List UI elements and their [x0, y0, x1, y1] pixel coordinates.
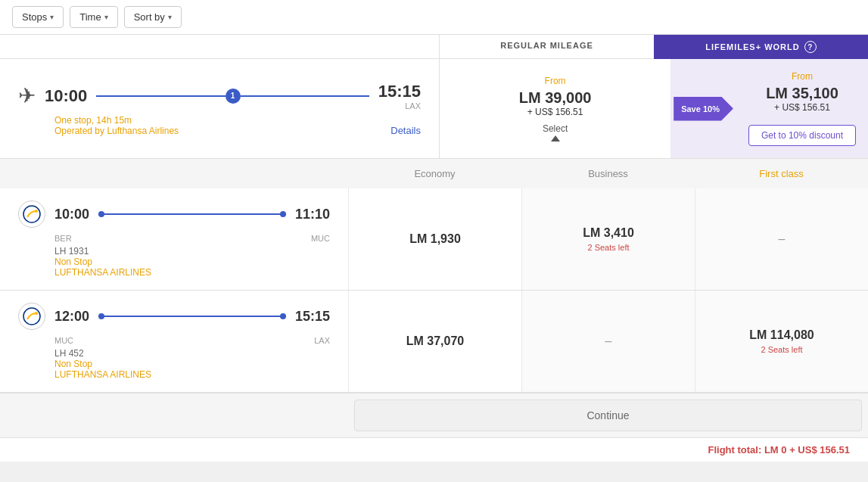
lm-from-label: From	[792, 71, 813, 82]
segment-2-times: 12:00 15:15	[18, 303, 330, 330]
first-class-col-header: First class	[695, 159, 868, 188]
top-flight-result: ✈ 10:00 1 15:15 LAX One stop, 14h 15m Op…	[0, 59, 868, 159]
lifemiles-label: lifemiles+ world	[705, 42, 799, 51]
seg1-arrive-time: 11:10	[295, 207, 330, 222]
seg2-arrive-airport: LAX	[314, 336, 330, 345]
seg1-business-seats: 2 Seats left	[587, 243, 629, 252]
seg2-flight-num: LH 452	[54, 348, 330, 359]
rm-usd: + US$ 156.51	[527, 107, 583, 117]
header-tabs-row: REGULAR MILEAGE lifemiles+ world ?	[0, 35, 868, 59]
details-link[interactable]: Details	[390, 125, 421, 136]
business-col-header: Business	[521, 159, 695, 188]
col-spacer	[0, 159, 348, 188]
seg1-economy-cell[interactable]: LM 1,930	[348, 188, 521, 290]
sortby-chevron-icon: ▾	[168, 13, 172, 21]
seg1-economy-miles: LM 1,930	[409, 232, 461, 246]
seg1-first-dash: –	[779, 232, 786, 246]
sortby-label: Sort by	[134, 11, 165, 23]
flight-total-usd: + US$ 156.51	[789, 444, 850, 456]
seg1-details: LH 1931 Non Stop LUFTHANSA AIRLINES	[54, 246, 330, 278]
lifemiles-info-icon[interactable]: ?	[804, 41, 817, 53]
seg2-airports: MUC LAX	[54, 336, 330, 345]
svg-point-2	[23, 308, 40, 325]
seg2-first-miles: LM 114,080	[749, 328, 814, 342]
plane-icon: ✈	[18, 83, 36, 108]
continue-wrapper: Continue	[348, 400, 868, 431]
regular-mileage-section: From LM 39,000 + US$ 156.51 Select	[439, 59, 670, 158]
lifemiles-section: From LM 35,100 + US$ 156.51 Get to 10% d…	[736, 59, 868, 158]
lufthansa-logo-2	[18, 303, 45, 330]
seg1-business-miles: LM 3,410	[583, 226, 634, 240]
rm-select-arrow-icon	[551, 135, 560, 141]
stops-label: Stops	[22, 11, 47, 23]
sortby-button[interactable]: Sort by ▾	[124, 6, 182, 28]
seg2-first-cell[interactable]: LM 114,080 2 Seats left	[695, 291, 868, 392]
seg1-stop-type: Non Stop	[54, 257, 330, 267]
seg2-economy-cell[interactable]: LM 37,070	[348, 291, 521, 392]
seg2-business-cell[interactable]: –	[521, 291, 695, 392]
seg2-depart-time: 12:00	[54, 309, 89, 325]
svg-point-3	[35, 312, 38, 315]
seg1-airports: BER MUC	[54, 234, 330, 243]
svg-point-1	[35, 210, 38, 213]
seg2-business-dash: –	[605, 334, 612, 348]
seg2-arrive-time: 15:15	[295, 309, 330, 325]
lifemiles-tab[interactable]: lifemiles+ world ?	[654, 35, 868, 59]
svg-point-0	[23, 206, 40, 222]
seg2-line	[98, 316, 286, 317]
seg1-business-cell[interactable]: LM 3,410 2 Seats left	[521, 188, 695, 290]
seg1-first-cell[interactable]: –	[695, 188, 868, 290]
time-label: Time	[79, 11, 101, 23]
flight-total-lm: LM 0	[764, 444, 787, 456]
seg1-depart-airport: BER	[54, 234, 72, 243]
seg2-fare-cells: LM 37,070 – LM 114,080 2 Seats left	[348, 291, 868, 392]
seg2-depart-airport: MUC	[54, 336, 73, 345]
flight-duration: One stop, 14h 15m	[54, 115, 179, 126]
line-right	[241, 95, 369, 97]
flight-times-row: ✈ 10:00 1 15:15 LAX	[18, 82, 421, 110]
segments-container: Economy Business First class 10:00	[0, 159, 868, 393]
arrive-time: 15:15	[378, 82, 421, 101]
arrive-airport: LAX	[378, 101, 421, 110]
column-headers: Economy Business First class	[0, 159, 868, 188]
bottom-spacer	[0, 400, 348, 431]
seg2-economy-miles: LM 37,070	[406, 334, 464, 348]
flight-meta: One stop, 14h 15m Operated by Lufthansa …	[54, 115, 179, 136]
depart-time: 10:00	[45, 86, 87, 106]
continue-button[interactable]: Continue	[354, 400, 862, 431]
mileage-tabs: REGULAR MILEAGE lifemiles+ world ?	[439, 35, 868, 59]
segment-1-times: 10:00 11:10	[18, 201, 330, 228]
seg1-flight-num: LH 1931	[54, 246, 330, 257]
rm-select-btn[interactable]: Select	[543, 123, 568, 141]
time-chevron-icon: ▾	[104, 13, 108, 21]
time-button[interactable]: Time ▾	[70, 6, 117, 28]
seg2-first-seats: 2 Seats left	[761, 345, 802, 354]
flight-meta-row: One stop, 14h 15m Operated by Lufthansa …	[18, 115, 421, 136]
seg1-fare-cells: LM 1,930 LM 3,410 2 Seats left –	[348, 188, 868, 290]
stops-chevron-icon: ▾	[50, 13, 54, 21]
discount-button[interactable]: Get to 10% discount	[748, 125, 856, 146]
seg2-stop-type: Non Stop	[54, 359, 330, 369]
regular-mileage-tab[interactable]: REGULAR MILEAGE	[439, 35, 654, 59]
seg2-airline-name: LUFTHANSA AIRLINES	[54, 369, 330, 380]
seg1-depart-time: 10:00	[54, 207, 89, 222]
mileage-panels: From LM 39,000 + US$ 156.51 Select Save …	[439, 59, 868, 158]
top-bar: Stops ▾ Time ▾ Sort by ▾	[0, 0, 868, 35]
regular-mileage-label: REGULAR MILEAGE	[500, 41, 593, 50]
economy-col-header: Economy	[348, 159, 521, 188]
segment-2-row: 12:00 15:15 MUC LAX LH 452 Non Stop LUFT…	[0, 291, 868, 393]
bottom-bar: Continue Flight total: LM 0 + US$ 156.51	[0, 393, 868, 462]
rm-from-label: From	[545, 76, 566, 86]
flight-total-bar: Flight total: LM 0 + US$ 156.51	[0, 437, 868, 462]
segment-1-info: 10:00 11:10 BER MUC LH 1931 Non Stop LUF…	[0, 188, 348, 290]
operated-by: Operated by Lufthansa Airlines	[54, 126, 179, 136]
seg1-line	[98, 213, 286, 215]
flight-info-left: ✈ 10:00 1 15:15 LAX One stop, 14h 15m Op…	[0, 59, 439, 158]
lm-usd: + US$ 156.51	[774, 102, 830, 113]
lufthansa-logo	[18, 201, 45, 228]
stop-count-badge: 1	[226, 89, 241, 104]
seg2-details: LH 452 Non Stop LUFTHANSA AIRLINES	[54, 348, 330, 380]
stops-button[interactable]: Stops ▾	[12, 6, 64, 28]
flight-total-label: Flight total:	[708, 444, 761, 456]
lm-miles: LM 35,100	[766, 85, 838, 102]
